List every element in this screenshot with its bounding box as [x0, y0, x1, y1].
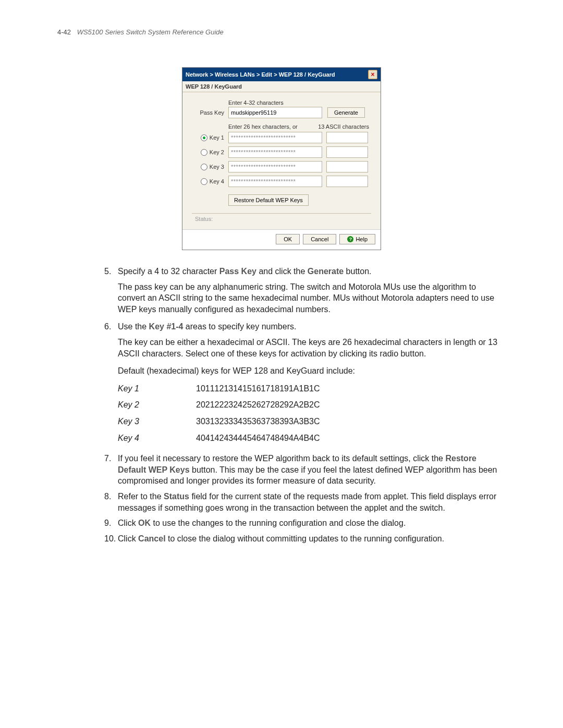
ok-button[interactable]: OK [276, 234, 300, 244]
key1-label: Key 1 [210, 134, 224, 141]
step-10: 10. Click Cancel to close the dialog wit… [104, 533, 500, 545]
step-6: 6. Use the Key #1-4 areas to specify key… [104, 321, 500, 332]
key-label: Key 4 [118, 433, 196, 444]
cancel-button[interactable]: Cancel [303, 234, 336, 244]
status-label: Status: [192, 213, 371, 224]
ascii-hint: 13 ASCII characters [318, 124, 369, 130]
breadcrumb: Network > Wireless LANs > Edit > WEP 128… [186, 71, 335, 78]
wep-dialog: Network > Wireless LANs > Edit > WEP 128… [182, 67, 381, 250]
text: areas to specify key numbers. [183, 322, 296, 331]
step-number: 5. [104, 266, 118, 277]
step-9: 9. Click OK to use the changes to the ru… [104, 517, 500, 529]
text: If you feel it necessary to restore the … [118, 454, 445, 463]
key-label: Key 2 [118, 399, 196, 411]
key-label: Key 3 [118, 416, 196, 427]
text: Specify a 4 to 32 character [118, 267, 219, 276]
section-label: WEP 128 / KeyGuard [182, 81, 381, 92]
step-5-follow: The pass key can be any alphanumeric str… [118, 281, 500, 315]
text: Use the [118, 322, 149, 331]
key4-ascii-input[interactable] [326, 176, 368, 187]
step-number: 7. [104, 453, 118, 487]
key2-label: Key 2 [210, 149, 224, 155]
close-icon[interactable]: × [368, 70, 377, 79]
generate-button[interactable]: Generate [327, 107, 365, 118]
text: button. [344, 267, 371, 276]
key2-ascii-input[interactable] [326, 146, 368, 158]
key-value: 101112131415161718191A1B1C [196, 383, 320, 394]
table-row: Key 4 404142434445464748494A4B4C [118, 433, 500, 444]
passkey-input[interactable] [228, 107, 322, 118]
key4-label: Key 4 [210, 178, 224, 184]
step-number: 6. [104, 321, 118, 332]
help-label: Help [356, 236, 368, 242]
key-value: 303132333435363738393A3B3C [196, 416, 320, 427]
step-6-follow2: Default (hexadecimal) keys for WEP 128 a… [118, 365, 500, 377]
step-7: 7. If you feel it necessary to restore t… [104, 453, 500, 487]
key3-hex-input[interactable] [228, 161, 322, 172]
text-bold: Cancel [138, 534, 165, 543]
text: to use the changes to the running config… [151, 519, 406, 527]
key1-ascii-input[interactable] [326, 132, 368, 143]
default-keys-table: Key 1 101112131415161718191A1B1C Key 2 2… [118, 383, 500, 443]
key3-label: Key 3 [210, 164, 224, 170]
text: and click the [256, 267, 308, 276]
table-row: Key 3 303132333435363738393A3B3C [118, 416, 500, 427]
key4-hex-input[interactable] [228, 176, 322, 187]
help-icon: ? [347, 236, 353, 242]
key1-radio[interactable] [201, 134, 207, 141]
step-number: 10. [104, 533, 118, 545]
step-8: 8. Refer to the Status field for the cur… [104, 491, 500, 513]
passkey-label: Pass Key [192, 109, 228, 116]
key-value: 404142434445464748494A4B4C [196, 433, 320, 444]
text-bold: Pass Key [219, 267, 256, 276]
doc-title: WS5100 Series Switch System Reference Gu… [77, 28, 224, 36]
passkey-hint: Enter 4-32 characters [228, 100, 371, 106]
key3-radio[interactable] [201, 164, 207, 170]
key-value: 202122232425262728292A2B2C [196, 399, 320, 411]
text: Click [118, 519, 138, 527]
step-5: 5. Specify a 4 to 32 character Pass Key … [104, 266, 500, 277]
restore-default-button[interactable]: Restore Default WEP Keys [228, 194, 309, 206]
page-header: 4-42 WS5100 Series Switch System Referen… [57, 28, 506, 36]
text: Refer to the [118, 492, 164, 501]
dialog-title-bar: Network > Wireless LANs > Edit > WEP 128… [182, 68, 381, 81]
text-bold: OK [138, 519, 151, 527]
text: to close the dialog without committing u… [166, 534, 445, 543]
key3-ascii-input[interactable] [326, 161, 368, 172]
key1-hex-input[interactable] [228, 132, 322, 143]
table-row: Key 2 202122232425262728292A2B2C [118, 399, 500, 411]
key-label: Key 1 [118, 383, 196, 394]
table-row: Key 1 101112131415161718191A1B1C [118, 383, 500, 394]
hex-hint: Enter 26 hex characters, or [228, 124, 298, 130]
text-bold: Generate [308, 267, 344, 276]
text-bold: Status [164, 492, 189, 501]
key4-radio[interactable] [201, 178, 207, 185]
key2-radio[interactable] [201, 149, 207, 156]
key2-hex-input[interactable] [228, 146, 322, 158]
step-number: 8. [104, 491, 118, 513]
step-number: 9. [104, 517, 118, 529]
step-6-follow1: The key can be either a hexadecimal or A… [118, 337, 500, 359]
text: Click [118, 534, 138, 543]
page-number: 4-42 [57, 28, 71, 36]
help-button[interactable]: ?Help [339, 234, 375, 244]
text-bold: Key #1-4 [149, 322, 183, 331]
